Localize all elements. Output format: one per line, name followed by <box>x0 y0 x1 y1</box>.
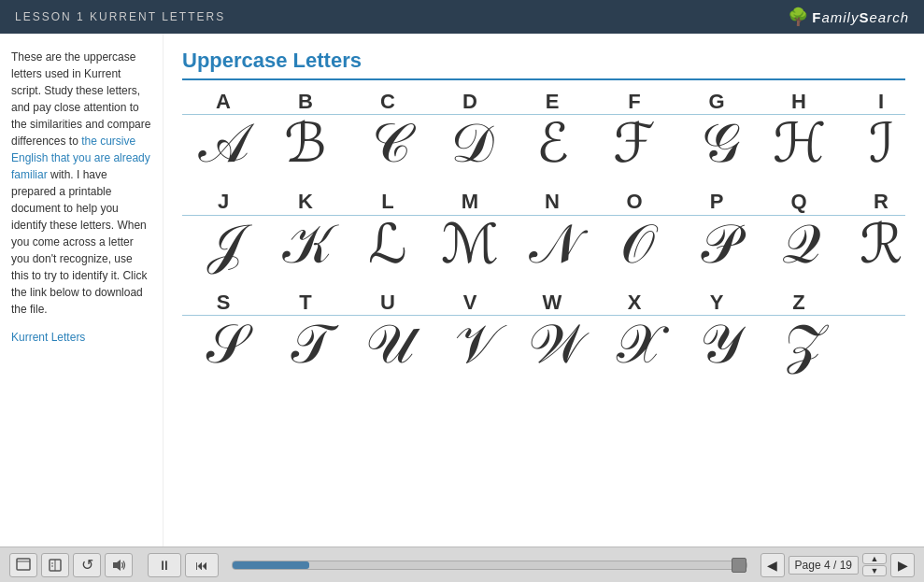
header-title: LESSON 1 KURRENT LETTERS <box>15 10 225 23</box>
content-area: These are the uppercase letters used in … <box>0 34 924 547</box>
letter-B-label: B <box>264 90 347 114</box>
kurrent-V: 𝒱 <box>429 318 511 383</box>
progress-fill <box>233 561 309 569</box>
prev-page-button[interactable]: ◀ <box>761 553 785 577</box>
next-arrow-icon: ▶ <box>898 558 908 573</box>
volume-icon <box>111 558 126 573</box>
letter-K-label: K <box>264 190 347 214</box>
letter-P-label: P <box>675 190 758 214</box>
page-heading: Uppercase Letters <box>182 49 905 80</box>
letter-Q-label: Q <box>758 190 840 214</box>
page-updown: ▲ ▼ <box>862 553 887 576</box>
kurrent-F: ℱ <box>593 117 675 182</box>
letter-U-label: U <box>347 291 429 315</box>
letter-Z-label: Z <box>758 291 840 315</box>
letter-L-label: L <box>347 190 429 214</box>
sidebar: These are the uppercase letters used in … <box>0 34 163 547</box>
kurrent-S: 𝒮 <box>182 318 264 383</box>
letter-S-label: S <box>182 291 264 315</box>
page-up-button[interactable]: ▲ <box>862 553 887 564</box>
toolbar: ↺ ⏸ ⏮ ◀ Page 4 / 19 ▲ ▼ ▶ <box>0 547 924 582</box>
letter-O-label: O <box>593 190 675 214</box>
kurrent-H: ℋ <box>758 117 840 182</box>
row-3-labels: S T U V W X Y Z <box>182 291 905 315</box>
row-1: A B C D E F G H I 𝒜 ℬ 𝒞 𝒟 ℰ ℱ <box>182 90 905 182</box>
row-2-labels: J K L M N O P Q R <box>182 190 905 214</box>
kurrent-R: ℛ <box>840 218 922 283</box>
kurrent-Z: 𝒵 <box>758 318 840 383</box>
kurrent-I: ℐ <box>840 117 922 182</box>
logo-tree-icon: 🌳 <box>788 7 808 27</box>
header: LESSON 1 KURRENT LETTERS 🌳 FamilySearch <box>0 0 924 34</box>
kurrent-A: 𝒜 <box>182 117 264 182</box>
skip-start-button[interactable]: ⏮ <box>185 553 219 577</box>
letter-W-label: W <box>511 291 593 315</box>
header-logo: 🌳 FamilySearch <box>788 7 909 27</box>
book-icon <box>48 558 63 573</box>
row-2: J K L M N O P Q R 𝒥 𝒦 ℒ ℳ 𝒩 𝒪 <box>182 190 905 282</box>
progress-bar-container[interactable] <box>232 561 747 570</box>
kurrent-T: 𝒯 <box>264 318 347 383</box>
letter-M-label: M <box>429 190 511 214</box>
kurrent-C: 𝒞 <box>347 117 429 182</box>
letter-V-label: V <box>429 291 511 315</box>
letter-D-label: D <box>429 90 511 114</box>
letter-C-label: C <box>347 90 429 114</box>
row-3-kurrent: 𝒮 𝒯 𝒰 𝒱 𝒲 𝒳 𝒴 𝒵 <box>182 315 905 383</box>
skip-start-icon: ⏮ <box>195 558 208 573</box>
pause-button[interactable]: ⏸ <box>148 553 181 577</box>
progress-thumb[interactable] <box>732 558 746 573</box>
kurrent-letters-link[interactable]: Kurrent Letters <box>11 331 85 344</box>
logo-text: FamilySearch <box>812 9 909 25</box>
svg-rect-0 <box>17 559 30 570</box>
kurrent-Q: 𝒬 <box>758 218 840 283</box>
letter-I-label: I <box>840 90 922 114</box>
kurrent-W: 𝒲 <box>511 318 593 383</box>
letter-G-label: G <box>675 90 758 114</box>
letter-H-label: H <box>758 90 840 114</box>
kurrent-M: ℳ <box>429 218 511 283</box>
home-button[interactable] <box>9 553 37 577</box>
pause-icon: ⏸ <box>158 558 171 573</box>
page-down-button[interactable]: ▼ <box>862 565 887 576</box>
page-label: Page 4 / 19 <box>789 556 859 575</box>
kurrent-O: 𝒪 <box>593 218 675 283</box>
letter-grid: A B C D E F G H I 𝒜 ℬ 𝒞 𝒟 ℰ ℱ <box>182 90 905 383</box>
row-3: S T U V W X Y Z 𝒮 𝒯 𝒰 𝒱 𝒲 𝒳 𝒴 <box>182 291 905 383</box>
main-panel: Uppercase Letters A B C D E F G H I 𝒜 <box>163 34 924 547</box>
down-arrow-icon: ▼ <box>871 566 879 575</box>
refresh-button[interactable]: ↺ <box>73 553 101 577</box>
letter-Y-label: Y <box>675 291 758 315</box>
row-1-kurrent: 𝒜 ℬ 𝒞 𝒟 ℰ ℱ 𝒢 ℋ ℐ <box>182 114 905 182</box>
row-1-labels: A B C D E F G H I <box>182 90 905 114</box>
letter-N-label: N <box>511 190 593 214</box>
up-arrow-icon: ▲ <box>871 554 879 563</box>
svg-marker-6 <box>113 560 121 571</box>
home-icon <box>16 558 31 573</box>
refresh-icon: ↺ <box>81 556 93 574</box>
kurrent-J: 𝒥 <box>182 218 264 283</box>
letter-X-label: X <box>593 291 675 315</box>
letter-A-label: A <box>182 90 264 114</box>
kurrent-P: 𝒫 <box>675 218 758 283</box>
kurrent-U: 𝒰 <box>347 318 429 383</box>
row-2-kurrent: 𝒥 𝒦 ℒ ℳ 𝒩 𝒪 𝒫 𝒬 ℛ <box>182 215 905 283</box>
page-number-text: Page 4 / 19 <box>795 559 852 572</box>
prev-arrow-icon: ◀ <box>767 558 777 573</box>
kurrent-Y: 𝒴 <box>675 318 758 383</box>
kurrent-X: 𝒳 <box>593 318 675 383</box>
next-page-button[interactable]: ▶ <box>890 553 915 577</box>
kurrent-G: 𝒢 <box>675 117 758 182</box>
letter-J-label: J <box>182 190 264 214</box>
kurrent-E: ℰ <box>511 117 593 182</box>
letter-R-label: R <box>840 190 922 214</box>
kurrent-L: ℒ <box>347 218 429 283</box>
sidebar-description: These are the uppercase letters used in … <box>11 49 151 318</box>
kurrent-N: 𝒩 <box>511 218 593 283</box>
volume-button[interactable] <box>105 553 133 577</box>
letter-F-label: F <box>593 90 675 114</box>
kurrent-B: ℬ <box>264 117 347 182</box>
book-button[interactable] <box>41 553 69 577</box>
letter-T-label: T <box>264 291 347 315</box>
letter-E-label: E <box>511 90 593 114</box>
